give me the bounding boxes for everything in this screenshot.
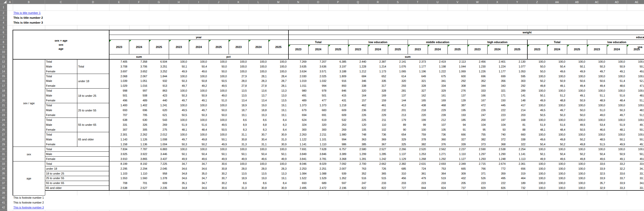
data-cell[interactable]: 27,8 bbox=[229, 83, 249, 88]
data-cell[interactable]: 7.628 bbox=[308, 147, 328, 152]
data-cell[interactable]: 33,3 bbox=[607, 186, 627, 190]
data-cell[interactable]: 49,4 bbox=[587, 83, 607, 88]
data-cell[interactable]: 247 bbox=[348, 181, 368, 186]
data-cell[interactable]: 51,5 bbox=[627, 113, 644, 118]
data-cell[interactable]: 3.437 bbox=[149, 157, 169, 161]
data-cell[interactable]: 100,0 bbox=[527, 118, 547, 122]
column-header-K[interactable]: K bbox=[229, 0, 249, 4]
data-cell[interactable]: 51,9 bbox=[169, 122, 189, 127]
data-cell[interactable]: 2.662 bbox=[368, 161, 388, 166]
data-cell[interactable]: 100,0 bbox=[547, 88, 567, 93]
row-label-age-group[interactable]: Total bbox=[78, 59, 109, 74]
year-column-header[interactable]: 2023 bbox=[229, 40, 249, 54]
data-cell[interactable]: 100,0 bbox=[189, 88, 209, 93]
data-cell[interactable]: 193 bbox=[448, 113, 468, 118]
data-cell[interactable]: 321 bbox=[408, 79, 428, 83]
data-cell[interactable]: 763 bbox=[348, 166, 368, 171]
weight-sum-group-header[interactable]: Total bbox=[288, 40, 348, 45]
data-cell[interactable]: 516 bbox=[348, 176, 368, 181]
stub-group-sex[interactable]: sex bbox=[13, 147, 45, 161]
data-cell[interactable]: 8,3 bbox=[229, 127, 249, 132]
data-cell[interactable]: 3.636 bbox=[308, 64, 328, 69]
data-cell[interactable]: 1.553 bbox=[109, 176, 129, 181]
data-cell[interactable]: 49,8 bbox=[627, 69, 644, 74]
data-cell[interactable]: 18,9 bbox=[229, 176, 249, 181]
data-cell[interactable]: 49,6 bbox=[527, 137, 547, 142]
data-cell[interactable]: 1.297 bbox=[468, 152, 488, 157]
data-cell[interactable]: 1.214 bbox=[368, 64, 388, 69]
data-cell[interactable]: 1.560 bbox=[129, 176, 149, 181]
row-label-sex[interactable]: Male bbox=[46, 137, 77, 142]
data-cell[interactable]: 33,7 bbox=[607, 176, 627, 181]
row-header-31[interactable]: 31 bbox=[0, 152, 7, 157]
data-cell[interactable]: 1.136 bbox=[129, 142, 149, 147]
data-cell[interactable]: 30,8 bbox=[229, 137, 249, 142]
data-cell[interactable]: 50,9 bbox=[547, 79, 567, 83]
data-cell[interactable]: 51,6 bbox=[189, 122, 209, 127]
data-cell[interactable]: 212 bbox=[428, 118, 448, 122]
data-cell[interactable]: 2.361 bbox=[507, 161, 527, 166]
measure-pct-header-1[interactable]: pct bbox=[169, 54, 288, 59]
data-cell[interactable]: 100,0 bbox=[567, 59, 587, 64]
data-cell[interactable]: 169 bbox=[368, 93, 388, 98]
data-cell[interactable]: 100,0 bbox=[169, 59, 189, 64]
data-cell[interactable]: 100,0 bbox=[249, 147, 269, 152]
data-cell[interactable]: 167 bbox=[468, 98, 488, 103]
column-header-Z[interactable]: Z bbox=[527, 0, 547, 4]
data-cell[interactable]: 1.844 bbox=[149, 74, 169, 79]
title-1-link[interactable]: This is title number 1 bbox=[13, 11, 41, 15]
data-cell[interactable]: 30,4 bbox=[249, 137, 269, 142]
data-cell[interactable]: 479 bbox=[408, 176, 428, 181]
data-cell[interactable]: 726 bbox=[368, 166, 388, 171]
row-header-37[interactable]: 37 bbox=[0, 181, 7, 186]
data-cell[interactable]: 1.088 bbox=[308, 171, 328, 176]
data-cell[interactable]: 100,0 bbox=[268, 147, 288, 152]
data-cell[interactable]: 110 bbox=[368, 122, 388, 127]
data-cell[interactable]: 3.706 bbox=[129, 64, 149, 69]
data-cell[interactable]: 49,7 bbox=[169, 98, 189, 103]
year-column-header[interactable]: 2024 bbox=[547, 45, 567, 54]
column-header-T[interactable]: T bbox=[408, 0, 428, 4]
data-cell[interactable]: 824 bbox=[428, 186, 448, 190]
data-cell[interactable]: 50,2 bbox=[567, 152, 587, 157]
data-cell[interactable]: 1.352 bbox=[328, 176, 348, 181]
data-cell[interactable]: 913 bbox=[149, 83, 169, 88]
data-cell[interactable]: 464 bbox=[507, 176, 527, 181]
data-cell[interactable]: 489 bbox=[288, 98, 309, 103]
year-column-header[interactable]: 2025 bbox=[149, 40, 169, 54]
row-label-age[interactable]: 55 to under 65 bbox=[46, 181, 109, 186]
year-column-header[interactable]: 2025 bbox=[507, 45, 527, 54]
data-cell[interactable]: 89 bbox=[388, 122, 408, 127]
data-cell[interactable]: 33,1 bbox=[627, 186, 644, 190]
data-cell[interactable]: 2.266 bbox=[388, 147, 408, 152]
data-cell[interactable]: 328 bbox=[408, 83, 428, 88]
data-cell[interactable]: 665 bbox=[448, 166, 468, 171]
data-cell[interactable]: 100,0 bbox=[607, 147, 627, 152]
data-cell[interactable]: 137 bbox=[388, 93, 408, 98]
row-label-sex[interactable]: Female bbox=[46, 157, 109, 161]
data-cell[interactable]: 50,1 bbox=[169, 64, 189, 69]
column-header-AC[interactable]: AC bbox=[587, 0, 607, 4]
row-label-age-group[interactable]: 65 and older bbox=[78, 132, 109, 147]
data-cell[interactable]: 600 bbox=[448, 74, 468, 79]
data-cell[interactable]: 293 bbox=[388, 83, 408, 88]
data-cell[interactable]: 276 bbox=[448, 88, 468, 93]
data-cell[interactable]: 28,3 bbox=[268, 166, 288, 171]
data-cell[interactable]: 363 bbox=[348, 137, 368, 142]
data-cell[interactable]: 100,0 bbox=[189, 132, 209, 137]
row-label-age-group[interactable]: 25 to under 55 bbox=[78, 103, 109, 118]
data-cell[interactable]: 34,8 bbox=[169, 186, 189, 190]
data-cell[interactable]: 34,6 bbox=[169, 176, 189, 181]
data-cell[interactable]: 320 bbox=[388, 79, 408, 83]
data-cell[interactable]: 2.419 bbox=[428, 59, 448, 64]
data-cell[interactable]: 543 bbox=[149, 118, 169, 122]
data-cell[interactable]: 214 bbox=[507, 108, 527, 113]
row-label-sex[interactable]: Total bbox=[46, 88, 77, 93]
data-cell[interactable]: 292 bbox=[507, 83, 527, 88]
data-cell[interactable]: 844 bbox=[408, 186, 428, 190]
data-cell[interactable]: 1.122 bbox=[288, 137, 309, 142]
data-cell[interactable]: 292 bbox=[448, 79, 468, 83]
data-cell[interactable]: 50,0 bbox=[209, 108, 229, 113]
weight-pct-group-header[interactable]: low education bbox=[587, 40, 644, 45]
column-header-A[interactable]: A bbox=[7, 0, 13, 4]
